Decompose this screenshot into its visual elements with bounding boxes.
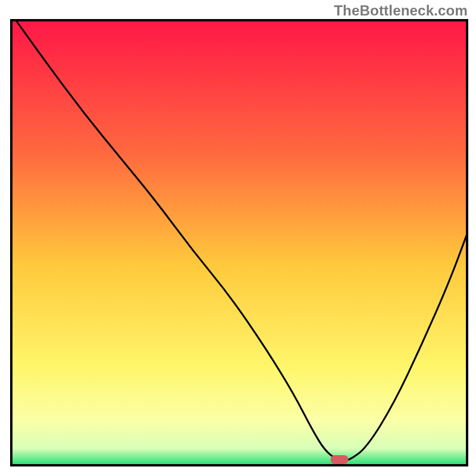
- watermark-text: TheBottleneck.com: [334, 2, 468, 19]
- bottleneck-chart: [0, 0, 476, 476]
- optimal-marker: [331, 455, 349, 464]
- gradient-background: [12, 21, 466, 464]
- chart-container: TheBottleneck.com: [0, 0, 476, 476]
